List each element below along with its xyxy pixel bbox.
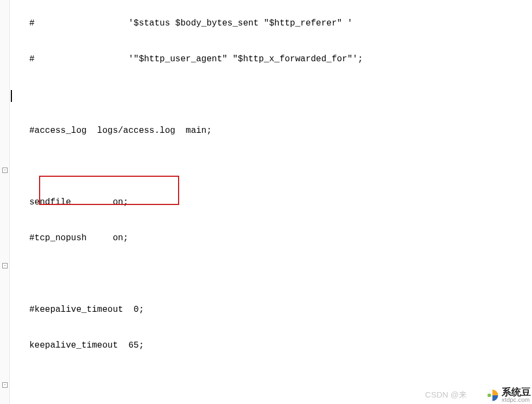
fold-marker-icon[interactable]: - bbox=[2, 168, 8, 173]
logo-icon bbox=[485, 388, 499, 402]
code-block[interactable]: # '$status $body_bytes_sent "$http_refer… bbox=[10, 0, 363, 404]
svg-point-0 bbox=[487, 393, 491, 397]
code-line bbox=[10, 161, 363, 172]
code-line: # '"$http_user_agent" "$http_x_forwarded… bbox=[10, 53, 363, 65]
text-cursor bbox=[11, 90, 12, 102]
code-line bbox=[10, 375, 363, 387]
watermark-title: 系统豆 bbox=[502, 387, 531, 397]
code-line: # '$status $body_bytes_sent "$http_refer… bbox=[10, 17, 363, 29]
code-line bbox=[10, 268, 363, 280]
code-line: #access_log logs/access.log main; bbox=[10, 125, 363, 137]
code-line: #tcp_nopush on; bbox=[10, 232, 363, 244]
watermark-url: xtdpc.com bbox=[502, 397, 531, 403]
fold-marker-icon[interactable]: - bbox=[2, 263, 8, 268]
gutter: - - - bbox=[0, 0, 10, 404]
code-line bbox=[10, 89, 363, 101]
code-line: sendfile on; bbox=[10, 196, 363, 208]
code-line: keepalive_timeout 65; bbox=[10, 339, 363, 351]
code-line: #keepalive_timeout 0; bbox=[10, 304, 363, 316]
fold-marker-icon[interactable]: - bbox=[2, 382, 8, 388]
site-watermark: 系统豆 xtdpc.com bbox=[485, 387, 531, 403]
editor-viewport: - - - # '$status $body_bytes_sent "$http… bbox=[0, 0, 532, 404]
csdn-watermark: CSDN @来 bbox=[425, 389, 467, 401]
